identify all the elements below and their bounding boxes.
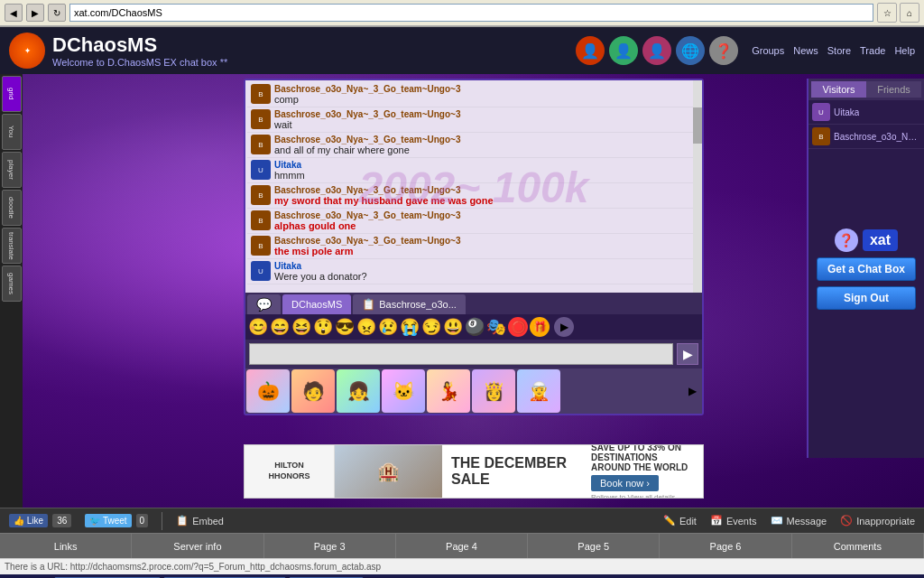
home-icon[interactable]: ⌂ bbox=[900, 3, 919, 23]
list-item: B Baschrose_o3o_Nya~ bbox=[808, 125, 924, 149]
sidebar-item-translate[interactable]: translate bbox=[2, 228, 22, 264]
emoji-more-btn[interactable]: ⭕ bbox=[508, 317, 528, 337]
table-row: B Baschrose_o3o_Nya~_3_Go_team~Ungo~3 wa… bbox=[247, 107, 700, 133]
nav-tabs: Links Server info Page 3 Page 4 Page 5 P… bbox=[0, 533, 924, 558]
sticker-1[interactable]: 🎃 bbox=[246, 369, 290, 413]
back-button[interactable]: ◀ bbox=[5, 4, 23, 22]
facebook-like-button[interactable]: 👍 Like bbox=[9, 514, 48, 527]
like-count: 36 bbox=[52, 514, 71, 527]
emoji-theater[interactable]: 🎭 bbox=[486, 319, 506, 335]
sticker-4[interactable]: 🐱 bbox=[382, 369, 425, 413]
events-button[interactable]: 📅 Events bbox=[710, 515, 757, 527]
like-label: Like bbox=[27, 516, 43, 526]
sticker-7[interactable]: 🧝 bbox=[517, 369, 560, 413]
chat-messages[interactable]: 2002~ 100k B Baschrose_o3o_Nya~_3_Go_tea… bbox=[245, 80, 702, 293]
browser-chrome: ◀ ▶ ↻ ☆ ⌂ bbox=[0, 0, 924, 27]
message-button[interactable]: ✉️ Message bbox=[771, 515, 827, 527]
visitors-tab[interactable]: Visitors bbox=[811, 81, 866, 98]
tab-comments[interactable]: Comments bbox=[792, 534, 924, 558]
sidebar-item-grid[interactable]: grid bbox=[2, 76, 22, 112]
tab-page3[interactable]: Page 3 bbox=[264, 534, 396, 558]
tab-links[interactable]: Links bbox=[0, 534, 132, 558]
xat-action-panel: ❓ xat Get a Chat Box Sign Out bbox=[808, 221, 924, 317]
ad-discount-area: SAVE UP TO 33% ON DESTINATIONS AROUND TH… bbox=[587, 444, 703, 499]
sidebar-item-player[interactable]: player bbox=[2, 152, 22, 188]
emoji-angry[interactable]: 😠 bbox=[356, 319, 376, 335]
visitors-list: U Uitaka B Baschrose_o3o_Nya~ bbox=[808, 100, 924, 149]
embed-button[interactable]: 📋 Embed bbox=[176, 515, 224, 527]
emoji-billiards[interactable]: 🎱 bbox=[465, 319, 485, 335]
table-row: B Baschrose_o3o_Nya~_3_Go_team~Ungo~3 co… bbox=[247, 82, 700, 107]
emoji-arrow[interactable]: ▶ bbox=[554, 317, 574, 337]
avatar: B bbox=[251, 236, 271, 256]
emoji-special[interactable]: 🎁 bbox=[530, 317, 550, 337]
chat-input[interactable] bbox=[249, 343, 673, 365]
refresh-button[interactable]: ↻ bbox=[48, 4, 66, 22]
tab-baschrose[interactable]: 📋 Baschrose_o3o... bbox=[353, 294, 466, 314]
avatar: U bbox=[251, 160, 271, 180]
nav-trade[interactable]: Trade bbox=[860, 45, 885, 56]
sidebar-item-doodle[interactable]: doodle bbox=[2, 190, 22, 226]
emoji-laugh[interactable]: 😆 bbox=[291, 319, 311, 335]
star-icon[interactable]: ☆ bbox=[877, 3, 897, 23]
xat-icons-row: ❓ xat bbox=[835, 228, 898, 252]
tab-page5[interactable]: Page 5 bbox=[528, 534, 660, 558]
emoji-smirk[interactable]: 😏 bbox=[421, 319, 441, 335]
site-title: DChaosMS bbox=[52, 33, 227, 57]
address-bar[interactable] bbox=[69, 4, 873, 22]
stickers-scroll[interactable]: ▶ bbox=[682, 368, 702, 414]
ad-discount-text: SAVE UP TO 33% ON DESTINATIONS AROUND TH… bbox=[591, 444, 698, 472]
emoji-happy[interactable]: 😃 bbox=[443, 319, 463, 335]
tab-server-info[interactable]: Server info bbox=[132, 534, 263, 558]
chat-scrollbar[interactable] bbox=[693, 80, 702, 293]
emoji-wow[interactable]: 😲 bbox=[313, 319, 333, 335]
forward-button[interactable]: ▶ bbox=[26, 4, 44, 22]
sticker-5[interactable]: 💃 bbox=[427, 369, 470, 413]
send-button[interactable]: ▶ bbox=[677, 343, 698, 365]
ad-title: THE DECEMBER SALE bbox=[451, 455, 578, 488]
nav-groups[interactable]: Groups bbox=[752, 45, 784, 56]
messages-list: B Baschrose_o3o_Nya~_3_Go_team~Ungo~3 co… bbox=[245, 80, 702, 286]
nav-store[interactable]: Store bbox=[827, 45, 851, 56]
sign-out-button[interactable]: Sign Out bbox=[817, 286, 916, 310]
edit-button[interactable]: ✏️ Edit bbox=[663, 515, 697, 527]
get-chat-box-button[interactable]: Get a Chat Box bbox=[817, 257, 916, 281]
sticker-3[interactable]: 👧 bbox=[337, 369, 380, 413]
emoji-cry[interactable]: 😭 bbox=[400, 319, 420, 335]
tab-page6[interactable]: Page 6 bbox=[660, 534, 791, 558]
emoji-sad[interactable]: 😢 bbox=[378, 319, 398, 335]
help-icon[interactable]: ❓ bbox=[835, 228, 858, 252]
embed-icon: 📋 bbox=[176, 515, 189, 527]
chat-username: Baschrose_o3o_Nya~_3_Go_team~Ungo~3 bbox=[274, 109, 697, 119]
like-icon: 👍 bbox=[14, 516, 24, 526]
nav-news[interactable]: News bbox=[793, 45, 818, 56]
chat-username: Baschrose_o3o_Nya~_3_Go_team~Ungo~3 bbox=[274, 185, 697, 195]
emoji-cool[interactable]: 😎 bbox=[335, 319, 355, 335]
xat-brand-icon: xat bbox=[863, 229, 898, 251]
sidebar-item-games[interactable]: games bbox=[2, 266, 22, 302]
emoji-grin[interactable]: 😄 bbox=[270, 319, 290, 335]
inappropriate-button[interactable]: 🚫 Inappropriate bbox=[840, 515, 915, 527]
visitor-name: Baschrose_o3o_Nya~ bbox=[834, 132, 920, 142]
chat-text: wait bbox=[274, 119, 697, 130]
friends-tab[interactable]: Friends bbox=[866, 81, 921, 98]
chat-text: Were you a donator? bbox=[274, 271, 697, 282]
tab-page4[interactable]: Page 4 bbox=[396, 534, 528, 558]
chat-text: and all of my chair where gone bbox=[274, 144, 697, 155]
sidebar-item-you[interactable]: You bbox=[2, 114, 22, 150]
visitor-avatar: U bbox=[812, 103, 830, 121]
sticker-2[interactable]: 🧑 bbox=[291, 369, 335, 413]
tweet-icon: 🐦 bbox=[89, 516, 100, 526]
chat-scroll-thumb bbox=[693, 107, 702, 144]
nav-help[interactable]: Help bbox=[894, 45, 915, 56]
browser-toolbar: ◀ ▶ ↻ ☆ ⌂ bbox=[0, 0, 924, 26]
stickers-row: 🎃 🧑 👧 🐱 💃 👸 🧝 ▶ bbox=[245, 368, 702, 414]
tweet-button[interactable]: 🐦 Tweet bbox=[85, 514, 131, 527]
table-row: U Uitaka hmmm bbox=[247, 158, 700, 183]
background-area: 2002~ 100k B Baschrose_o3o_Nya~_3_Go_tea… bbox=[23, 74, 924, 508]
sticker-6[interactable]: 👸 bbox=[472, 369, 515, 413]
tab-dchaomsms[interactable]: DChaosMS bbox=[282, 294, 351, 314]
emoji-smile[interactable]: 😊 bbox=[248, 319, 268, 335]
chat-text: alphas gould one bbox=[274, 220, 697, 231]
book-now-button[interactable]: Book now › bbox=[591, 475, 659, 491]
